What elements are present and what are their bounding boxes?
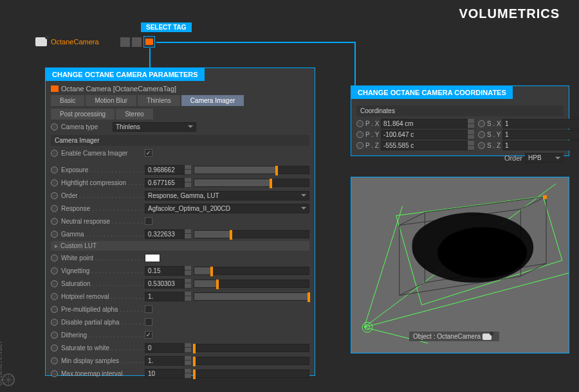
connector-line [149, 48, 151, 67]
tab-stereo[interactable]: Stereo [116, 109, 152, 120]
hotpixel-slider[interactable] [194, 292, 309, 301]
enable-imager-label: Enable Camera Imager [61, 150, 145, 157]
object-name[interactable]: OctaneCamera [51, 38, 99, 46]
premult-alpha-checkbox[interactable] [145, 305, 152, 313]
tab-camera-imager[interactable]: Camera Imager [181, 95, 244, 106]
gamma-input[interactable] [145, 229, 185, 239]
gamma-slider[interactable] [194, 230, 309, 238]
radio-icon[interactable] [478, 131, 485, 138]
enable-imager-checkbox[interactable]: ✓ [145, 149, 152, 157]
radio-icon[interactable] [51, 218, 58, 225]
spinner-icon[interactable] [185, 369, 191, 379]
octane-camera-tag[interactable] [143, 36, 155, 48]
camera-parameters-panel: CHANGE OCTANE CAMERA PARAMETERS Octane C… [45, 67, 315, 376]
max-tonemap-slider[interactable] [194, 370, 309, 378]
radio-icon[interactable] [51, 123, 58, 130]
vignetting-slider[interactable] [194, 267, 309, 275]
section-header: Camera Imager [51, 135, 309, 146]
highlight-input[interactable] [145, 178, 185, 188]
spinner-icon[interactable] [185, 229, 191, 239]
spinner-icon[interactable] [185, 292, 191, 301]
radio-icon[interactable] [51, 179, 58, 186]
spinner-icon[interactable] [185, 356, 191, 366]
radio-icon[interactable] [478, 120, 485, 127]
px-input[interactable] [381, 119, 468, 129]
tab-motion-blur[interactable]: Motion Blur [86, 95, 136, 106]
radio-icon[interactable] [51, 344, 58, 352]
spinner-icon[interactable] [185, 165, 191, 175]
section-header: Coordinates [356, 105, 564, 116]
gamma-label: Gamma [61, 231, 145, 238]
radio-icon[interactable] [356, 131, 363, 138]
radio-icon[interactable] [51, 357, 58, 364]
object-manager-row[interactable]: OctaneCamera [35, 35, 155, 48]
tab-post-processing[interactable]: Post processing [51, 109, 115, 120]
max-tonemap-input[interactable] [145, 369, 185, 379]
tag-slot[interactable] [132, 37, 142, 47]
sy-input[interactable] [502, 130, 579, 139]
neutral-response-checkbox[interactable] [145, 217, 152, 225]
radio-icon[interactable] [356, 120, 363, 127]
spinner-icon[interactable] [468, 130, 474, 139]
dithering-checkbox[interactable]: ✓ [145, 331, 152, 339]
order-dropdown[interactable]: Response, Gamma, LUT [145, 191, 309, 200]
sz-input[interactable] [502, 141, 579, 150]
py-input[interactable] [381, 130, 468, 139]
radio-icon[interactable] [478, 142, 485, 149]
highlight-slider[interactable] [194, 179, 309, 187]
custom-lut-group[interactable]: ▸Custom LUT [51, 241, 309, 251]
radio-icon[interactable] [51, 166, 58, 174]
radio-icon[interactable] [51, 293, 58, 300]
min-display-input[interactable] [145, 356, 185, 366]
radio-icon[interactable] [51, 370, 58, 377]
vignetting-input[interactable] [145, 266, 185, 276]
spinner-icon[interactable] [185, 279, 191, 289]
hotpixel-input[interactable] [145, 292, 185, 301]
spinner-icon[interactable] [468, 119, 474, 129]
radio-icon[interactable] [51, 254, 58, 262]
radio-icon[interactable] [51, 192, 58, 199]
exposure-slider[interactable] [194, 166, 309, 174]
exposure-input[interactable] [145, 165, 185, 175]
radio-icon[interactable] [51, 306, 58, 313]
saturate-white-slider[interactable] [194, 344, 309, 352]
select-tag-callout: SELECT TAG [141, 22, 192, 32]
spinner-icon[interactable] [185, 266, 191, 276]
tag-slot[interactable] [120, 37, 130, 47]
radio-icon[interactable] [51, 319, 58, 326]
saturate-white-input[interactable] [145, 343, 185, 353]
min-display-slider[interactable] [194, 357, 309, 365]
tab-bar: Basic Motion Blur Thinlens Camera Imager [51, 95, 309, 106]
radio-icon[interactable] [51, 280, 58, 287]
pz-label: P . Z [365, 142, 381, 149]
tab-thinlens[interactable]: Thinlens [138, 95, 180, 106]
tab-basic[interactable]: Basic [51, 95, 84, 106]
premult-alpha-label: Pre-multiplied alpha [61, 306, 145, 313]
spinner-icon[interactable] [468, 141, 474, 150]
disable-partial-checkbox[interactable] [145, 318, 152, 326]
radio-icon[interactable] [51, 150, 58, 157]
saturation-input[interactable] [145, 279, 185, 289]
response-dropdown[interactable]: Agfacolor_Optima_II_200CD [145, 204, 309, 213]
radio-icon[interactable] [51, 205, 58, 212]
radio-icon[interactable] [356, 142, 363, 149]
svg-rect-14 [543, 195, 547, 199]
octane-camera-icon [51, 85, 59, 92]
min-display-label: Min display samples [61, 357, 145, 364]
spinner-icon[interactable] [185, 178, 191, 188]
sx-input[interactable] [502, 119, 579, 129]
svg-point-11 [437, 227, 527, 278]
viewport-preview[interactable]: Object : OctaneCamera [351, 177, 569, 353]
saturation-slider[interactable] [194, 280, 309, 288]
radio-icon[interactable] [51, 332, 58, 339]
radio-icon[interactable] [51, 231, 58, 238]
rotation-order-dropdown[interactable]: HPB [525, 153, 564, 163]
pz-input[interactable] [381, 141, 468, 150]
white-point-color[interactable] [145, 254, 160, 262]
viewport-object-label: Object : OctaneCamera [409, 332, 499, 341]
page-title: VOLUMETRICS [459, 6, 560, 21]
spinner-icon[interactable] [185, 343, 191, 353]
camera-type-dropdown[interactable]: Thinlens [113, 122, 196, 132]
saturation-label: Saturation [61, 280, 145, 287]
radio-icon[interactable] [51, 267, 58, 274]
